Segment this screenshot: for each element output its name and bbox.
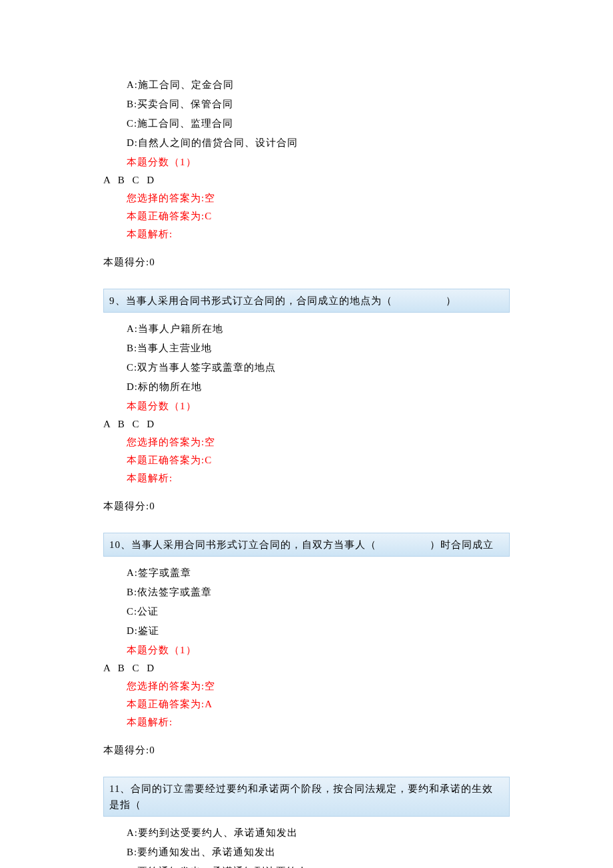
option-list: A:施工合同、定金合同 B:买卖合同、保管合同 C:施工合同、监理合同 D:自然… — [103, 77, 510, 151]
answer-choices: A B C D — [103, 660, 510, 676]
option-d: D:标的物所在地 — [127, 379, 510, 395]
question-score: 本题分数（1） — [103, 642, 510, 658]
explanation: 本题解析: — [103, 714, 510, 730]
question-score: 本题分数（1） — [103, 398, 510, 414]
option-b: B:买卖合同、保管合同 — [127, 96, 510, 112]
earned-score: 本题得分:0 — [103, 742, 510, 758]
option-b: B:要约通知发出、承诺通知发出 — [127, 844, 510, 860]
question-9: 9、当事人采用合同书形式订立合同的，合同成立的地点为（ ） A:当事人户籍所在地… — [103, 289, 510, 514]
option-b: B:依法签字或盖章 — [127, 584, 510, 600]
question-score: 本题分数（1） — [103, 154, 510, 170]
explanation: 本题解析: — [103, 226, 510, 242]
option-d: D:鉴证 — [127, 623, 510, 639]
option-a: A:施工合同、定金合同 — [127, 77, 510, 93]
answer-choices: A B C D — [103, 172, 510, 188]
option-list: A:签字或盖章 B:依法签字或盖章 C:公证 D:鉴证 — [103, 565, 510, 639]
question-header: 11、合同的订立需要经过要约和承诺两个阶段，按合同法规定，要约和承诺的生效是指（ — [103, 777, 510, 817]
option-c: C:施工合同、监理合同 — [127, 115, 510, 131]
option-list: A:当事人户籍所在地 B:当事人主营业地 C:双方当事人签字或盖章的地点 D:标… — [103, 321, 510, 395]
explanation: 本题解析: — [103, 470, 510, 486]
question-header: 9、当事人采用合同书形式订立合同的，合同成立的地点为（ ） — [103, 289, 510, 313]
earned-score: 本题得分:0 — [103, 498, 510, 514]
earned-score: 本题得分:0 — [103, 254, 510, 270]
selected-answer: 您选择的答案为:空 — [103, 434, 510, 450]
option-a: A:当事人户籍所在地 — [127, 321, 510, 337]
answer-choices: A B C D — [103, 416, 510, 432]
selected-answer: 您选择的答案为:空 — [103, 190, 510, 206]
question-11: 11、合同的订立需要经过要约和承诺两个阶段，按合同法规定，要约和承诺的生效是指（… — [103, 777, 510, 868]
option-a: A:要约到达受要约人、承诺通知发出 — [127, 825, 510, 841]
correct-answer: 本题正确答案为:A — [103, 696, 510, 712]
option-b: B:当事人主营业地 — [127, 340, 510, 356]
question-header: 10、当事人采用合同书形式订立合同的，自双方当事人（ ）时合同成立 — [103, 533, 510, 557]
option-c: C:双方当事人签字或盖章的地点 — [127, 359, 510, 375]
selected-answer: 您选择的答案为:空 — [103, 678, 510, 694]
option-a: A:签字或盖章 — [127, 565, 510, 581]
option-list: A:要约到达受要约人、承诺通知发出 B:要约通知发出、承诺通知发出 C:要约通知… — [103, 825, 510, 868]
option-c: C:公证 — [127, 603, 510, 619]
question-8-tail: A:施工合同、定金合同 B:买卖合同、保管合同 C:施工合同、监理合同 D:自然… — [103, 77, 510, 270]
option-c: C:要约通知发出、承诺通知到达要约人 — [127, 863, 510, 868]
option-d: D:自然人之间的借贷合同、设计合同 — [127, 135, 510, 151]
correct-answer: 本题正确答案为:C — [103, 208, 510, 224]
question-10: 10、当事人采用合同书形式订立合同的，自双方当事人（ ）时合同成立 A:签字或盖… — [103, 533, 510, 758]
correct-answer: 本题正确答案为:C — [103, 452, 510, 468]
